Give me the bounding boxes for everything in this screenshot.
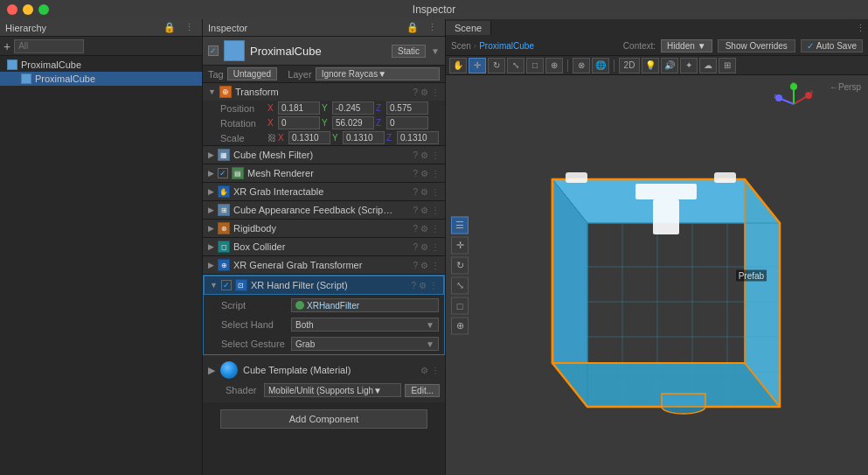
component-xr-general-grab-header[interactable]: ▶ ⊕ XR General Grab Transformer ? ⚙ ⋮ (203, 256, 445, 274)
component-box-collider-header[interactable]: ▶ ◻ Box Collider ? ⚙ ⋮ (203, 238, 445, 255)
tool-transform-icon[interactable]: ⊕ (545, 58, 563, 73)
cube-appearance-more-icon[interactable]: ⋮ (431, 206, 440, 215)
mesh-renderer-settings-icon[interactable]: ⚙ (420, 169, 428, 178)
rigidbody-more-icon[interactable]: ⋮ (431, 224, 440, 234)
tool-fx-icon[interactable]: ✦ (680, 58, 698, 73)
scale-y-input[interactable] (343, 131, 385, 144)
xr-general-grab-more-icon[interactable]: ⋮ (431, 261, 440, 270)
transform-help-icon[interactable]: ? (413, 87, 418, 97)
mesh-filter-help-icon[interactable]: ? (413, 150, 418, 160)
minimize-button[interactable] (23, 4, 33, 15)
material-more-icon[interactable]: ⋮ (431, 366, 440, 375)
component-xr-hand-filter-header[interactable]: ▼ ✓ ⊡ XR Hand Filter (Script) ? ⚙ ⋮ (204, 276, 444, 295)
rotation-y-input[interactable] (332, 116, 374, 129)
maximize-button[interactable] (38, 4, 49, 15)
hierarchy-panel: Hierarchy 🔒 ⋮ + ProximalCube ProximalCub… (0, 19, 203, 475)
tag-dropdown[interactable]: Untagged (227, 67, 277, 80)
rigidbody-help-icon[interactable]: ? (413, 224, 418, 234)
object-active-checkbox[interactable]: ✓ (208, 45, 219, 56)
tool-hand-icon[interactable]: ✋ (449, 58, 467, 73)
material-header[interactable]: ▶ Cube Template (Material) ⚙ ⋮ (208, 359, 440, 381)
mesh-renderer-more-icon[interactable]: ⋮ (431, 169, 440, 178)
mesh-renderer-checkbox[interactable]: ✓ (218, 168, 228, 178)
box-collider-more-icon[interactable]: ⋮ (431, 242, 440, 252)
position-y-input[interactable] (332, 101, 374, 115)
tool-pivot-icon[interactable]: ⊗ (573, 58, 590, 73)
show-overrides-button[interactable]: Show Overrides (718, 39, 795, 52)
xr-hand-filter-settings-icon[interactable]: ⚙ (419, 281, 427, 290)
scene-more-icon[interactable]: ⋮ (853, 22, 868, 35)
hierarchy-tab-label[interactable]: Hierarchy (5, 23, 46, 33)
add-component-button[interactable]: Add Component (220, 409, 427, 429)
tool-scale-icon[interactable]: ⤡ (507, 58, 524, 73)
shader-edit-button[interactable]: Edit... (405, 384, 440, 397)
inspector-tab-label[interactable]: Inspector (208, 23, 247, 33)
xr-hand-filter-checkbox[interactable]: ✓ (221, 280, 232, 290)
scene-viewport[interactable]: ☰ ✛ ↻ ⤡ □ ⊕ (446, 75, 868, 475)
hierarchy-item-proximalcube-root[interactable]: ProximalCube (0, 58, 202, 72)
hierarchy-more-icon[interactable]: ⋮ (182, 21, 197, 34)
inspector-lock-icon[interactable]: 🔒 (404, 21, 421, 34)
tool-gizmo-icon[interactable]: ⊞ (719, 58, 736, 73)
xr-grab-more-icon[interactable]: ⋮ (431, 187, 440, 197)
xr-general-grab-help-icon[interactable]: ? (413, 261, 418, 270)
xr-hand-filter-more-icon[interactable]: ⋮ (429, 281, 438, 290)
scale-x-input[interactable] (288, 131, 330, 144)
rotation-z-input[interactable] (386, 116, 428, 129)
rotation-x-input[interactable] (278, 116, 320, 129)
hierarchy-search-input[interactable] (14, 39, 84, 53)
rigidbody-settings-icon[interactable]: ⚙ (420, 224, 428, 234)
script-field-value[interactable]: XRHandFilter (291, 298, 439, 312)
position-y-label: Y (322, 103, 330, 113)
mesh-filter-icon: ▦ (218, 149, 230, 161)
auto-save-button[interactable]: ✓ Auto Save (801, 39, 863, 52)
tool-rotate-icon[interactable]: ↻ (488, 58, 505, 73)
tool-light-icon[interactable]: 💡 (642, 58, 659, 73)
layer-dropdown[interactable]: Ignore Raycas▼ (316, 67, 440, 80)
tool-global-icon[interactable]: 🌐 (592, 58, 609, 73)
hierarchy-add-button[interactable]: + (3, 39, 10, 53)
xr-grab-settings-icon[interactable]: ⚙ (420, 187, 428, 197)
transform-more-icon[interactable]: ⋮ (431, 87, 440, 97)
tool-rect-icon[interactable]: □ (526, 58, 544, 73)
mesh-filter-settings-icon[interactable]: ⚙ (420, 150, 428, 160)
inspector-more-icon[interactable]: ⋮ (425, 21, 440, 34)
xr-general-grab-settings-icon[interactable]: ⚙ (420, 261, 428, 270)
tool-2d-button[interactable]: 2D (619, 58, 640, 73)
static-button[interactable]: Static (392, 45, 426, 58)
select-hand-dropdown[interactable]: Both ▼ (291, 318, 439, 332)
box-collider-help-icon[interactable]: ? (413, 242, 418, 252)
xr-hand-filter-help-icon[interactable]: ? (411, 281, 416, 290)
context-dropdown[interactable]: Hidden ▼ (661, 39, 712, 52)
component-mesh-filter-header[interactable]: ▶ ▦ Cube (Mesh Filter) ? ⚙ ⋮ (203, 146, 445, 164)
component-rigidbody-header[interactable]: ▶ ⊗ Rigidbody ? ⚙ ⋮ (203, 220, 445, 237)
cube-appearance-help-icon[interactable]: ? (413, 206, 418, 215)
hierarchy-lock-icon[interactable]: 🔒 (161, 21, 178, 34)
select-gesture-dropdown[interactable]: Grab ▼ (291, 337, 439, 351)
tool-sky-icon[interactable]: ☁ (699, 58, 717, 73)
hierarchy-item-proximalcube-child[interactable]: ProximalCube (0, 72, 202, 86)
component-xr-grab-header[interactable]: ▶ ✋ XR Grab Interactable ? ⚙ ⋮ (203, 183, 445, 200)
transform-header[interactable]: ▼ ⊕ Transform ? ⚙ ⋮ (203, 83, 445, 101)
window-controls[interactable] (7, 4, 49, 15)
component-cube-appearance-header[interactable]: ▶ ⊞ Cube Appearance Feedback (Scrip… ? ⚙… (203, 201, 445, 219)
tool-move-icon[interactable]: ✛ (469, 58, 486, 73)
position-x-input[interactable] (278, 101, 320, 115)
material-settings-icon[interactable]: ⚙ (420, 366, 428, 375)
component-mesh-renderer-header[interactable]: ▶ ✓ ▤ Mesh Renderer ? ⚙ ⋮ (203, 164, 445, 182)
scale-z-input[interactable] (397, 131, 439, 144)
xr-grab-help-icon[interactable]: ? (413, 187, 418, 197)
cube-appearance-settings-icon[interactable]: ⚙ (420, 206, 428, 215)
scene-tab[interactable]: Scene (446, 21, 491, 35)
mesh-renderer-help-icon[interactable]: ? (413, 169, 418, 178)
tool-audio-icon[interactable]: 🔊 (661, 58, 678, 73)
mesh-filter-more-icon[interactable]: ⋮ (431, 150, 440, 160)
component-mesh-renderer: ▶ ✓ ▤ Mesh Renderer ? ⚙ ⋮ (203, 164, 445, 183)
scale-row: Scale ⛓ X Y Z (203, 130, 445, 145)
xr-general-grab-name: XR General Grab Transformer (233, 260, 409, 270)
close-button[interactable] (7, 4, 17, 15)
transform-settings-icon[interactable]: ⚙ (420, 87, 428, 97)
position-z-input[interactable] (386, 101, 428, 115)
box-collider-settings-icon[interactable]: ⚙ (420, 242, 428, 252)
shader-dropdown[interactable]: Mobile/Unlit (Supports Ligh▼ (264, 383, 401, 397)
